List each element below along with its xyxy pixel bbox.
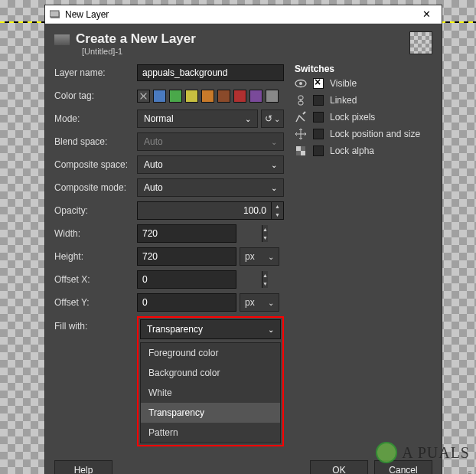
svg-rect-9 — [301, 146, 305, 151]
size-unit-dropdown[interactable]: px⌄ — [240, 247, 279, 266]
label-width: Width: — [54, 228, 137, 239]
color-tag-swatch[interactable] — [201, 90, 214, 103]
color-tag-swatch[interactable] — [233, 90, 246, 103]
visible-checkbox[interactable] — [313, 78, 324, 89]
watermark-text: A PUALS — [402, 444, 470, 462]
label-height: Height: — [54, 251, 137, 262]
linked-label: Linked — [330, 95, 357, 106]
fill-option-transparency[interactable]: Transparency — [141, 403, 280, 423]
window-title: New Layer — [65, 9, 416, 20]
spin-down-icon[interactable]: ▼ — [271, 211, 283, 219]
lock_pixels-label: Lock pixels — [330, 112, 375, 123]
mode-dropdown[interactable]: Normal⌄ — [137, 110, 258, 128]
help-button[interactable]: Help — [54, 460, 112, 474]
lock_alpha-label: Lock alpha — [330, 145, 374, 156]
chevron-down-icon: ⌄ — [268, 253, 274, 261]
chevron-down-icon: ⌄ — [271, 138, 277, 146]
lock_alpha-icon — [295, 145, 307, 157]
blend-space-dropdown[interactable]: Auto⌄ — [137, 132, 284, 151]
lock_pixels-icon — [295, 111, 307, 123]
switch-row-visible: Visible — [295, 77, 432, 90]
fill-option-pattern[interactable]: Pattern — [141, 423, 280, 443]
width-spinner[interactable]: ▲▼ — [137, 224, 236, 243]
close-button[interactable]: ✕ — [416, 7, 437, 22]
lock_position-checkbox[interactable] — [313, 129, 324, 139]
label-composite-space: Composite space: — [54, 159, 137, 170]
chevron-down-icon: ⌄ — [268, 299, 274, 307]
watermark-side: wsxyn.com — [465, 471, 473, 474]
switch-row-linked: Linked — [295, 94, 432, 106]
dialog-title: Create a New Layer — [76, 31, 196, 47]
visible-icon — [295, 77, 307, 90]
new-layer-dialog: New Layer ✕ Create a New Layer [Untitled… — [44, 5, 442, 474]
offset-unit-dropdown[interactable]: px⌄ — [240, 293, 279, 312]
color-tag-swatch[interactable] — [266, 90, 279, 103]
linked-checkbox[interactable] — [313, 95, 324, 106]
color-tag-swatch[interactable] — [153, 90, 166, 103]
switch-row-lock_alpha: Lock alpha — [295, 145, 432, 157]
chevron-down-icon: ⌄ — [271, 184, 277, 192]
dialog-subtitle: [Untitled]-1 — [82, 47, 196, 56]
svg-point-3 — [299, 82, 302, 85]
color-tag-swatch[interactable] — [217, 90, 230, 103]
lock_alpha-checkbox[interactable] — [313, 145, 324, 156]
svg-rect-1 — [50, 11, 59, 17]
fill-with-dropdown[interactable]: Transparency⌄ — [140, 319, 281, 339]
label-offset-y: Offset Y: — [54, 297, 137, 308]
fill-with-menu: Foreground colorBackground colorWhiteTra… — [140, 342, 281, 443]
opacity-spinner[interactable]: ▲▼ — [137, 201, 284, 220]
svg-rect-8 — [301, 151, 305, 155]
offset-x-spinner[interactable]: ▲▼ — [137, 270, 236, 289]
visible-label: Visible — [330, 78, 357, 89]
color-tag-swatch[interactable] — [137, 90, 150, 103]
color-tag-picker[interactable] — [137, 90, 284, 103]
app-icon — [50, 9, 60, 20]
composite-space-dropdown[interactable]: Auto⌄ — [137, 155, 284, 174]
height-spinner[interactable]: ▲▼ — [137, 247, 236, 266]
label-color-tag: Color tag: — [54, 90, 137, 101]
label-fill-with: Fill with: — [54, 316, 137, 332]
fill-option-background-color[interactable]: Background color — [141, 363, 280, 383]
svg-rect-10 — [296, 151, 301, 155]
layer-name-input[interactable] — [137, 64, 284, 81]
switch-row-lock_pixels: Lock pixels — [295, 111, 432, 123]
label-mode: Mode: — [54, 113, 137, 124]
chevron-down-icon: ⌄ — [268, 325, 274, 334]
chevron-down-icon: ⌄ — [271, 161, 277, 169]
layer-icon — [54, 34, 70, 45]
ok-button[interactable]: OK — [310, 460, 368, 474]
lock_position-label: Lock position and size — [330, 129, 420, 139]
color-tag-swatch[interactable] — [185, 90, 198, 103]
lock_position-icon — [295, 128, 307, 140]
color-tag-swatch[interactable] — [169, 90, 182, 103]
composite-mode-dropdown[interactable]: Auto⌄ — [137, 178, 284, 197]
titlebar[interactable]: New Layer ✕ — [45, 5, 442, 24]
linked-icon — [295, 94, 307, 106]
label-opacity: Opacity: — [54, 205, 137, 216]
lock_pixels-checkbox[interactable] — [313, 112, 324, 123]
fill-option-foreground-color[interactable]: Foreground color — [141, 343, 280, 363]
label-offset-x: Offset X: — [54, 274, 137, 285]
layer-preview-swatch — [409, 31, 432, 54]
mode-reset-button[interactable]: ↺⌄ — [261, 110, 284, 128]
label-layer-name: Layer name: — [54, 67, 137, 78]
switches-heading: Switches — [295, 64, 432, 74]
color-tag-swatch[interactable] — [249, 90, 262, 103]
svg-rect-7 — [296, 146, 301, 151]
offset-y-spinner[interactable]: ▲▼ — [137, 293, 236, 312]
chevron-down-icon: ⌄ — [245, 115, 251, 123]
highlight-annotation: Transparency⌄ Foreground colorBackground… — [137, 316, 284, 446]
label-composite-mode: Composite mode: — [54, 182, 137, 193]
spin-up-icon[interactable]: ▲ — [271, 202, 283, 211]
label-blend-space: Blend space: — [54, 136, 137, 147]
watermark-logo-icon — [376, 442, 397, 463]
switch-row-lock_position: Lock position and size — [295, 128, 432, 140]
watermark: A PUALS wsxyn.com — [376, 442, 470, 463]
fill-option-white[interactable]: White — [141, 383, 280, 403]
